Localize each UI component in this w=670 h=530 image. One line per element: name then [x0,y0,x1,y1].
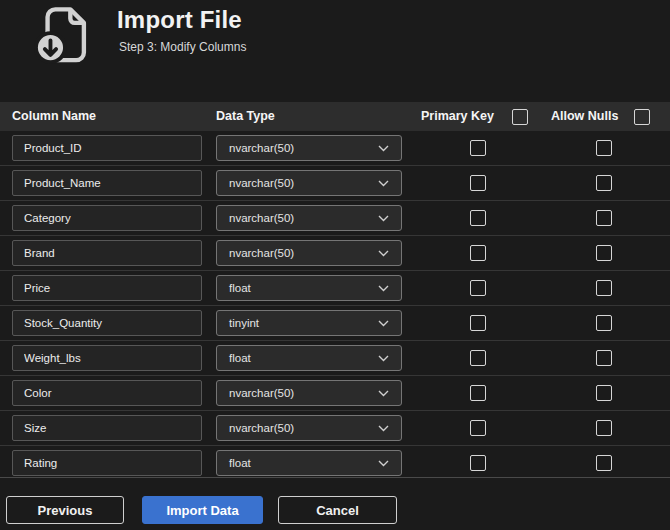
column-name-input[interactable] [12,310,202,336]
chevron-down-icon [378,250,389,257]
data-type-select[interactable]: nvarchar(50) [216,380,402,406]
column-name-input[interactable] [12,450,202,476]
primary-key-checkbox[interactable] [470,455,486,471]
table-row: nvarchar(50) [0,131,670,166]
table-header: Column Name Data Type Primary Key Allow … [0,102,670,131]
data-type-value: nvarchar(50) [229,422,294,434]
data-type-value: float [229,457,251,469]
data-type-value: nvarchar(50) [229,247,294,259]
column-name-input[interactable] [12,345,202,371]
data-type-value: nvarchar(50) [229,142,294,154]
allow-nulls-checkbox[interactable] [596,210,612,226]
primary-key-checkbox[interactable] [470,350,486,366]
data-type-select[interactable]: nvarchar(50) [216,240,402,266]
data-type-value: tinyint [229,317,259,329]
primary-key-checkbox[interactable] [470,315,486,331]
allow-nulls-checkbox[interactable] [596,420,612,436]
allow-nulls-checkbox[interactable] [596,280,612,296]
primary-key-checkbox[interactable] [470,245,486,261]
data-type-select[interactable]: float [216,450,402,476]
primary-key-checkbox[interactable] [470,140,486,156]
allow-nulls-checkbox[interactable] [596,245,612,261]
data-type-value: float [229,352,251,364]
import-file-icon [33,4,97,66]
column-name-input[interactable] [12,275,202,301]
column-header-primary-key: Primary Key [421,102,494,131]
primary-key-select-all-checkbox[interactable] [512,109,528,125]
table-row: float [0,341,670,376]
column-name-input[interactable] [12,380,202,406]
page-title: Import File [117,6,242,34]
data-type-select[interactable]: nvarchar(50) [216,415,402,441]
column-name-input[interactable] [12,240,202,266]
column-rows: nvarchar(50) nvarchar(50) nvarchar(50) [0,131,670,480]
chevron-down-icon [378,285,389,292]
allow-nulls-checkbox[interactable] [596,175,612,191]
data-type-select[interactable]: nvarchar(50) [216,170,402,196]
chevron-down-icon [378,215,389,222]
table-row: nvarchar(50) [0,411,670,446]
allow-nulls-checkbox[interactable] [596,350,612,366]
allow-nulls-checkbox[interactable] [596,140,612,156]
allow-nulls-checkbox[interactable] [596,455,612,471]
table-row: nvarchar(50) [0,201,670,236]
allow-nulls-checkbox[interactable] [596,315,612,331]
chevron-down-icon [378,145,389,152]
column-name-input[interactable] [12,415,202,441]
data-type-value: float [229,282,251,294]
chevron-down-icon [378,425,389,432]
data-type-value: nvarchar(50) [229,387,294,399]
table-bottom-divider [0,477,670,478]
table-row: nvarchar(50) [0,166,670,201]
data-type-select[interactable]: tinyint [216,310,402,336]
column-name-input[interactable] [12,135,202,161]
chevron-down-icon [378,180,389,187]
primary-key-checkbox[interactable] [470,385,486,401]
primary-key-checkbox[interactable] [470,210,486,226]
table-row: nvarchar(50) [0,236,670,271]
allow-nulls-select-all-checkbox[interactable] [634,109,650,125]
table-row: float [0,446,670,480]
table-row: float [0,271,670,306]
column-name-input[interactable] [12,170,202,196]
data-type-select[interactable]: nvarchar(50) [216,135,402,161]
primary-key-checkbox[interactable] [470,420,486,436]
data-type-select[interactable]: nvarchar(50) [216,205,402,231]
data-type-select[interactable]: float [216,275,402,301]
data-type-value: nvarchar(50) [229,177,294,189]
column-header-data-type: Data Type [216,102,275,131]
import-file-dialog: Import File Step 3: Modify Columns Colum… [0,0,670,530]
chevron-down-icon [378,355,389,362]
chevron-down-icon [378,390,389,397]
table-row: tinyint [0,306,670,341]
primary-key-checkbox[interactable] [470,280,486,296]
table-row: nvarchar(50) [0,376,670,411]
cancel-button[interactable]: Cancel [278,496,397,524]
import-data-button[interactable]: Import Data [142,496,263,524]
data-type-select[interactable]: float [216,345,402,371]
primary-key-checkbox[interactable] [470,175,486,191]
previous-button[interactable]: Previous [6,496,124,524]
data-type-value: nvarchar(50) [229,212,294,224]
column-name-input[interactable] [12,205,202,231]
page-subtitle: Step 3: Modify Columns [119,40,246,54]
column-header-allow-nulls: Allow Nulls [551,102,618,131]
chevron-down-icon [378,460,389,467]
column-header-name: Column Name [12,102,96,131]
allow-nulls-checkbox[interactable] [596,385,612,401]
chevron-down-icon [378,320,389,327]
